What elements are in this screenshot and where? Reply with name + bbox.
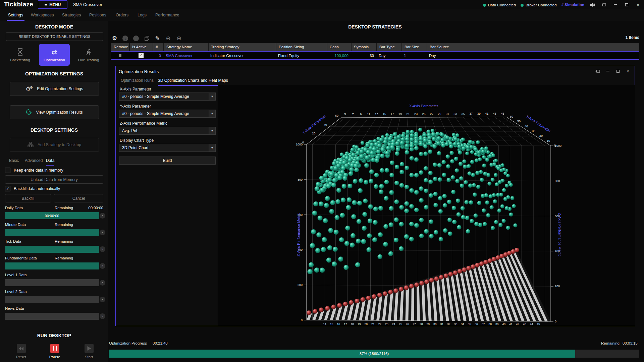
display-chart-type-dropdown[interactable]: 3D Point Chart▼	[119, 144, 216, 152]
z-axis-metric-dropdown[interactable]: Avg. PnL▼	[119, 127, 216, 135]
strategy-name-cell[interactable]: SMA Crossover	[163, 52, 208, 59]
x-axis-parameter-dropdown[interactable]: #0 - periods - Simple Moving Average▼	[119, 93, 216, 101]
column-header-bar-source[interactable]: Bar Source	[427, 43, 639, 51]
column-header--[interactable]: #	[153, 43, 163, 51]
bar-type-cell[interactable]: Day	[376, 52, 401, 59]
cash-cell[interactable]: 100,000	[327, 52, 351, 59]
svg-text:33: 33	[453, 112, 457, 116]
cancel-download-icon[interactable]: ×	[100, 280, 105, 286]
column-header-symbols[interactable]: Symbols	[351, 43, 376, 51]
nav-tab-performance[interactable]: Performance	[154, 11, 181, 20]
backfill-checkbox[interactable]: ✓	[5, 186, 10, 191]
backfill-button[interactable]: Backfill	[5, 194, 51, 202]
menu-button[interactable]: ≡ MENU	[38, 0, 67, 9]
cancel-download-icon[interactable]: ×	[100, 213, 105, 219]
3d-optimization-chart[interactable]: 5791113151719212325272931333537394143456…	[218, 85, 635, 326]
data-row-labels: Fundamental DataRemaining	[5, 256, 103, 261]
cancel-button[interactable]: Cancel	[54, 194, 103, 202]
pie-chart-icon	[26, 109, 32, 116]
is-active-checkbox[interactable]: ✓	[139, 53, 144, 58]
dock-icon[interactable]	[600, 2, 607, 8]
column-header-is-active[interactable]: Is Active	[129, 43, 153, 51]
pause-run-button[interactable]	[50, 344, 59, 353]
svg-text:60: 60	[335, 114, 338, 117]
column-header-cash[interactable]: Cash	[327, 43, 351, 51]
speaker-icon[interactable]	[589, 2, 596, 8]
settings-tab-basic[interactable]: Basic	[9, 158, 19, 165]
svg-text:23: 23	[414, 112, 418, 116]
backfill-checkbox-row[interactable]: ✓ Backfill data automatically	[5, 186, 60, 191]
cancel-download-icon[interactable]: ×	[100, 313, 105, 319]
window-minimize-icon[interactable]	[604, 68, 611, 74]
data-row-labels: Level 2 Data	[5, 290, 103, 294]
add-icon[interactable]: ⊕	[176, 35, 182, 42]
number-cell[interactable]: 0	[153, 52, 163, 59]
mode-label: Optimization	[44, 58, 65, 62]
strategies-toolbar: ⚙↓↑✎⊖⊕	[111, 34, 182, 42]
window-close-icon[interactable]: ×	[625, 68, 631, 74]
remove-handle[interactable]	[119, 54, 121, 57]
nav-tab-workspaces[interactable]: Workspaces	[30, 11, 55, 20]
remove-cell[interactable]	[111, 52, 129, 59]
data-type-label: Tick Data	[5, 239, 21, 243]
trading-strategy-cell[interactable]: Indicator Crossover	[208, 52, 276, 59]
svg-text:19: 19	[358, 322, 361, 326]
svg-text:24: 24	[392, 322, 395, 326]
settings-icon[interactable]: ⚙	[111, 35, 118, 42]
build-button[interactable]: Build	[119, 157, 216, 165]
nav-tab-orders[interactable]: Orders	[114, 11, 130, 20]
position-sizing-cell[interactable]: Fixed Equity	[276, 52, 327, 59]
tab-3d-optimization-charts[interactable]: 3D Optimization Charts and Heat Maps	[158, 78, 228, 86]
column-header-position-sizing[interactable]: Position Sizing	[276, 43, 327, 51]
svg-text:14: 14	[323, 322, 326, 326]
is-active-cell[interactable]: ✓	[129, 52, 153, 59]
unload-data-button[interactable]: Unload Data from Memory	[5, 175, 103, 184]
view-optimization-results-button[interactable]: View Optimization Results	[10, 105, 99, 119]
bar-size-cell[interactable]: 1	[401, 52, 427, 59]
symbols-cell[interactable]: 30	[351, 52, 376, 59]
column-header-bar-size[interactable]: Bar Size	[401, 43, 427, 51]
column-header-strategy-name[interactable]: Strategy Name	[163, 43, 208, 51]
cancel-download-icon[interactable]: ×	[100, 263, 105, 269]
nav-tab-positions[interactable]: Positions	[88, 11, 108, 20]
cancel-download-icon[interactable]: ×	[100, 230, 105, 235]
table-header: RemoveIs Active#Strategy NameTrading Str…	[111, 43, 639, 51]
add-strategy-button[interactable]: Add Strategy to Desktop	[10, 138, 99, 152]
close-icon[interactable]: ×	[635, 2, 641, 8]
settings-tab-advanced[interactable]: Advanced	[25, 158, 43, 165]
mode-button-optimization[interactable]: ⇄Optimization	[39, 44, 70, 66]
y-axis-parameter-dropdown[interactable]: #0 - periods - Simple Moving Average▼	[119, 110, 216, 118]
nav-tab-settings[interactable]: Settings	[7, 11, 24, 21]
minimize-icon[interactable]	[612, 2, 619, 8]
restore-icon[interactable]	[623, 2, 630, 8]
table-row[interactable]: ✓0SMA CrossoverIndicator CrossoverFixed …	[111, 51, 639, 60]
nav-tab-logs[interactable]: Logs	[136, 11, 148, 20]
edit-icon[interactable]: ✎	[154, 35, 161, 42]
mode-button-backtesting[interactable]: Backtesting	[5, 44, 36, 66]
remove-icon[interactable]: ⊖	[165, 35, 171, 42]
svg-text:5: 5	[344, 113, 346, 116]
move-up-icon[interactable]: ↑	[133, 35, 139, 42]
reset-desktop-button[interactable]: RESET DESKTOP TO ENABLE SETTINGS	[6, 32, 103, 41]
keep-data-checkbox[interactable]	[5, 168, 10, 173]
svg-text:30: 30	[433, 322, 437, 326]
column-header-bar-type[interactable]: Bar Type	[376, 43, 401, 51]
reset-run-button[interactable]	[17, 344, 26, 353]
window-dock-icon[interactable]	[594, 68, 601, 74]
edit-optimization-settings-button[interactable]: ⚙⚙ Edit Optimization Settings	[10, 82, 99, 96]
start-run-button[interactable]	[85, 344, 94, 353]
mode-button-live-trading[interactable]: Live Trading	[73, 44, 104, 66]
window-maximize-icon[interactable]	[614, 68, 621, 74]
cancel-download-icon[interactable]: ×	[100, 246, 105, 252]
bar-source-cell[interactable]: Day	[427, 52, 639, 59]
move-down-icon[interactable]: ↓	[122, 35, 128, 42]
svg-text:0: 0	[301, 318, 303, 322]
column-header-trading-strategy[interactable]: Trading Strategy	[208, 43, 276, 51]
cancel-download-icon[interactable]: ×	[100, 297, 105, 302]
column-header-remove[interactable]: Remove	[111, 43, 129, 51]
settings-tab-data[interactable]: Data	[46, 158, 54, 166]
duplicate-icon[interactable]	[144, 35, 150, 42]
keep-data-checkbox-row[interactable]: Keep entire data in memory	[5, 168, 63, 173]
tab-optimization-runs[interactable]: Optimization Runs	[121, 78, 154, 85]
nav-tab-strategies[interactable]: Strategies	[61, 11, 82, 20]
